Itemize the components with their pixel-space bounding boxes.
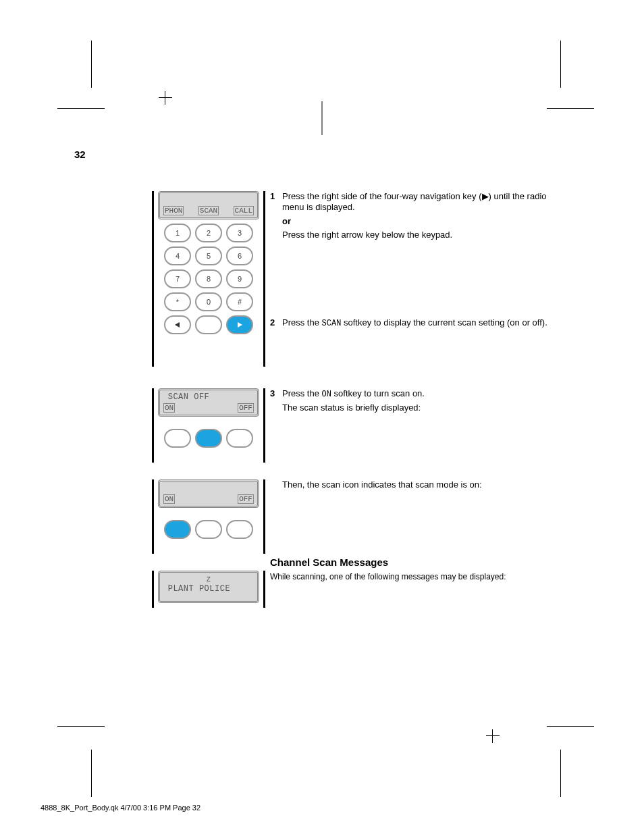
key-2[interactable]: 2 bbox=[195, 224, 222, 242]
footer-filename: 4888_8K_Port_Body.qk 4/7/00 3:16 PM Page… bbox=[41, 804, 200, 812]
softbtn-mid[interactable] bbox=[195, 520, 222, 539]
scan-messages-caption: While scanning, one of the following mes… bbox=[270, 572, 566, 582]
step-1-num: 1 bbox=[270, 191, 282, 213]
key-left-arrow[interactable] bbox=[164, 315, 191, 334]
key-3[interactable]: 3 bbox=[226, 224, 253, 242]
step-1-text: Press the right side of the four-way nav… bbox=[282, 191, 566, 213]
softkey-call: CALL bbox=[234, 206, 254, 215]
step-3c-text: The scan status is briefly displayed: bbox=[282, 402, 566, 413]
separator-4 bbox=[152, 571, 154, 608]
lcd-3: ON OFF bbox=[158, 479, 259, 508]
panel-scan-off: SCAN OFF ON OFF bbox=[158, 388, 259, 448]
key-6[interactable]: 6 bbox=[226, 246, 253, 265]
step-2-text: Press the SCAN softkey to display the cu… bbox=[282, 317, 566, 329]
svg-marker-1 bbox=[238, 322, 242, 328]
text-block-3: Then, the scan icon indicates that scan … bbox=[270, 479, 566, 586]
softbtn-a[interactable] bbox=[164, 429, 191, 448]
panel-on-off: ON OFF bbox=[158, 479, 259, 539]
lcd3-soft-off: OFF bbox=[238, 494, 254, 504]
softbtn-off[interactable] bbox=[226, 520, 253, 539]
key-hash[interactable]: # bbox=[226, 292, 253, 311]
key-5[interactable]: 5 bbox=[195, 246, 222, 265]
panel-keypad: PHON SCAN CALL 1 2 3 4 5 6 7 8 9 * 0 # bbox=[158, 191, 259, 334]
key-4[interactable]: 4 bbox=[164, 246, 191, 265]
text-block-2: 3 Press the ON softkey to turn scan on. … bbox=[270, 388, 566, 416]
separator-2b bbox=[263, 388, 265, 463]
key-star[interactable]: * bbox=[164, 292, 191, 311]
key-8[interactable]: 8 bbox=[195, 269, 222, 288]
step-1b-text: Press the right arrow key below the keyp… bbox=[282, 230, 566, 240]
lcd3-soft-on: ON bbox=[163, 494, 175, 504]
key-right-arrow[interactable] bbox=[226, 315, 253, 334]
lcd2-soft-on: ON bbox=[163, 403, 175, 413]
lcd2-soft-off: OFF bbox=[238, 403, 254, 413]
scan-icon-caption: Then, the scan icon indicates that scan … bbox=[282, 479, 566, 490]
lcd-2: SCAN OFF ON OFF bbox=[158, 388, 259, 417]
step-3-num: 3 bbox=[270, 388, 282, 400]
softkey-phon: PHON bbox=[163, 206, 184, 215]
softkey-scan: SCAN bbox=[198, 206, 219, 215]
heading-channel-scan: Channel Scan Messages bbox=[270, 556, 566, 569]
step-2-num: 2 bbox=[270, 317, 282, 329]
softbtn-b[interactable] bbox=[195, 429, 222, 448]
softbtn-c[interactable] bbox=[226, 429, 253, 448]
key-home[interactable] bbox=[195, 315, 222, 334]
lcd-2-line1: SCAN OFF bbox=[163, 392, 254, 402]
separator-2 bbox=[152, 388, 154, 463]
text-block-1: 1 Press the right side of the four-way n… bbox=[270, 191, 566, 332]
separator-3b bbox=[263, 479, 265, 554]
key-1[interactable]: 1 bbox=[164, 224, 191, 242]
separator-1b bbox=[263, 191, 265, 367]
lcd4-icon: z bbox=[163, 575, 254, 584]
key-7[interactable]: 7 bbox=[164, 269, 191, 288]
top-center-tick bbox=[322, 101, 323, 135]
separator-4b bbox=[263, 571, 265, 608]
lcd4-line2: PLANT POLICE bbox=[163, 584, 254, 594]
separator-3 bbox=[152, 479, 154, 554]
lcd-1: PHON SCAN CALL bbox=[158, 191, 259, 219]
key-9[interactable]: 9 bbox=[226, 269, 253, 288]
lcd-4: z PLANT POLICE bbox=[158, 571, 259, 603]
page-number: 32 bbox=[74, 149, 86, 160]
or-label: or bbox=[282, 216, 566, 227]
separator-1 bbox=[152, 191, 154, 367]
step-3-text: Press the ON softkey to turn scan on. bbox=[282, 388, 566, 400]
softbtn-on[interactable] bbox=[164, 520, 191, 539]
panel-plant-police: z PLANT POLICE bbox=[158, 571, 259, 603]
svg-marker-0 bbox=[175, 322, 180, 328]
key-0[interactable]: 0 bbox=[195, 292, 222, 311]
